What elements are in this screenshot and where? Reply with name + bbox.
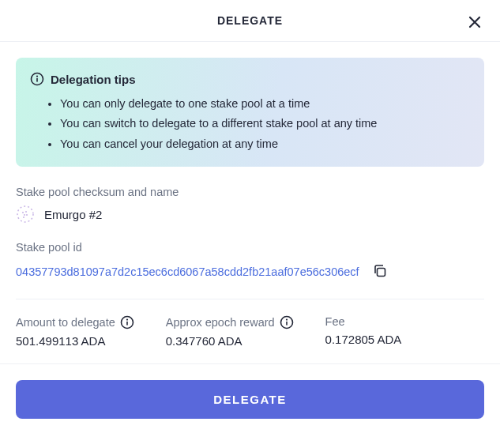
close-button[interactable] <box>464 11 486 33</box>
svg-rect-2 <box>36 78 38 82</box>
stat-amount: Amount to delegate 501.499113 ADA <box>16 315 134 348</box>
tips-panel: Delegation tips You can only delegate to… <box>16 58 484 167</box>
tips-item: You can switch to delegate to a differen… <box>60 114 470 134</box>
svg-rect-12 <box>126 322 128 326</box>
copy-icon <box>372 269 388 281</box>
svg-point-7 <box>26 214 28 216</box>
svg-point-14 <box>285 319 287 321</box>
stat-fee: Fee 0.172805 ADA <box>325 315 402 348</box>
pool-id-row: 04357793d81097a7d2c15ec6cd6067a58cdd2fb2… <box>16 260 484 284</box>
stat-approx: Approx epoch reward 0.347760 ADA <box>166 315 294 348</box>
modal-content: Delegation tips You can only delegate to… <box>0 42 500 363</box>
modal-footer: DELEGATE <box>0 363 500 435</box>
svg-point-11 <box>126 319 128 321</box>
pool-section-label: Stake pool checksum and name <box>16 186 484 198</box>
stats-row: Amount to delegate 501.499113 ADA Approx… <box>16 315 484 348</box>
approx-value: 0.347760 ADA <box>166 334 294 348</box>
delegate-button[interactable]: DELEGATE <box>16 380 484 419</box>
copy-button[interactable] <box>369 260 391 284</box>
tips-item: You can only delegate to one stake pool … <box>60 94 470 114</box>
amount-label: Amount to delegate <box>16 316 115 329</box>
pool-id: 04357793d81097a7d2c15ec6cd6067a58cdd2fb2… <box>16 264 359 280</box>
svg-point-6 <box>24 214 25 216</box>
svg-point-3 <box>17 206 33 222</box>
svg-point-1 <box>36 76 38 77</box>
info-icon[interactable] <box>120 315 134 329</box>
modal-title: DELEGATE <box>217 14 283 27</box>
approx-label: Approx epoch reward <box>166 316 275 329</box>
svg-point-8 <box>23 216 24 218</box>
tips-title: Delegation tips <box>51 73 136 86</box>
svg-rect-9 <box>377 269 385 277</box>
fee-label: Fee <box>325 315 345 328</box>
pool-row: Emurgo #2 <box>16 205 484 224</box>
divider <box>16 299 484 299</box>
pool-checksum-icon <box>16 205 35 224</box>
tips-list: You can only delegate to one stake pool … <box>30 94 470 154</box>
pool-id-label: Stake pool id <box>16 241 484 254</box>
info-icon <box>30 72 44 86</box>
modal-header: DELEGATE <box>0 0 500 42</box>
svg-rect-15 <box>286 322 288 326</box>
pool-name: Emurgo #2 <box>44 208 102 221</box>
info-icon[interactable] <box>280 315 294 329</box>
tips-item: You can cancel your delegation at any ti… <box>60 134 470 154</box>
amount-value: 501.499113 ADA <box>16 334 134 348</box>
svg-point-4 <box>22 212 24 213</box>
fee-value: 0.172805 ADA <box>325 333 402 346</box>
svg-point-5 <box>25 211 27 213</box>
close-icon <box>467 14 483 30</box>
